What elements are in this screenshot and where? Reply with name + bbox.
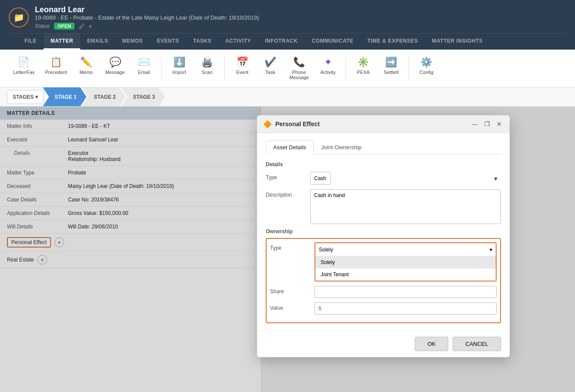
status-icons: 🖊 + xyxy=(79,23,92,30)
description-row: Description Cash in hand xyxy=(266,189,501,224)
toolbar-task[interactable]: ✔️ Task xyxy=(257,54,283,77)
nav-communicate[interactable]: COMMUNICATE xyxy=(304,34,360,50)
modal-maximize-btn[interactable]: ❐ xyxy=(483,120,491,128)
nav-activity[interactable]: ACTIVITY xyxy=(219,34,258,50)
ownership-type-label: Type xyxy=(270,242,309,251)
share-input[interactable] xyxy=(315,286,497,298)
dropdown-header[interactable]: Solely ▾ xyxy=(315,243,496,256)
toolbar-settleit-label: SettleIt xyxy=(384,70,399,75)
ownership-dropdown[interactable]: Solely ▾ Solely Joint Tenant xyxy=(315,242,497,281)
task-icon: ✔️ xyxy=(264,57,276,68)
email-icon: ✉️ xyxy=(138,57,150,68)
toolbar-letter-fax[interactable]: 📄 Letter/Fax xyxy=(9,54,39,77)
dropdown-option-solely[interactable]: Solely xyxy=(315,256,496,268)
app-header: 📁 Leonard Lear 19-0089 - EE - Probate - … xyxy=(0,0,575,50)
toolbar-precedent[interactable]: 📋 Precedent xyxy=(41,54,71,77)
description-field-label: Description xyxy=(266,189,305,198)
toolbar-event[interactable]: 📅 Event xyxy=(229,54,255,77)
toolbar-message[interactable]: 💬 Message xyxy=(101,54,129,77)
ownership-type-row: Type Solely ▾ Solely Joint Tena xyxy=(270,242,497,281)
nav-events[interactable]: EVENTS xyxy=(150,34,186,50)
toolbar-email[interactable]: ✉️ Email xyxy=(131,54,157,77)
dropdown-options: Solely Joint Tenant xyxy=(315,256,496,281)
message-icon: 💬 xyxy=(109,57,121,68)
main-nav: FILE MATTER EMAILS MEMOS EVENTS TASKS AC… xyxy=(9,33,566,50)
nav-tasks[interactable]: TASKS xyxy=(186,34,218,50)
modal-title-icon: 🔶 xyxy=(263,120,272,128)
ownership-type-dropdown[interactable]: Solely ▾ Solely Joint Tenant xyxy=(315,242,497,281)
letter-fax-icon: 📄 xyxy=(18,57,30,68)
personal-effect-modal: 🔶 Personal Effect — ❐ ✕ Asset Details Jo… xyxy=(257,115,510,357)
content-area: MATTER DETAILS Matter Info 19-0089 - EE … xyxy=(0,107,575,392)
memo-icon: ✏️ xyxy=(80,57,92,68)
edit-icon[interactable]: 🖊 xyxy=(79,23,85,30)
scan-icon: 🖨️ xyxy=(201,57,213,68)
modal-controls: — ❐ ✕ xyxy=(470,120,504,128)
cancel-button[interactable]: CANCEL xyxy=(453,337,501,351)
logo-icon: 📁 xyxy=(14,12,24,23)
stage-1[interactable]: STAGE 1 xyxy=(43,87,86,106)
toolbar-divider-1 xyxy=(161,56,162,81)
modal-body: Asset Details Joint Ownership Details Ty… xyxy=(257,133,510,330)
value-row: Value xyxy=(270,302,497,315)
value-label: Value xyxy=(270,302,309,311)
phone-message-icon: 📞 xyxy=(293,57,305,68)
nav-matter[interactable]: MATTER xyxy=(44,34,80,50)
modal-close-btn[interactable]: ✕ xyxy=(495,120,504,128)
ownership-box: Type Solely ▾ Solely Joint Tena xyxy=(266,238,501,323)
modal-tabs: Asset Details Joint Ownership xyxy=(266,140,501,154)
modal-title: Personal Effect xyxy=(275,121,467,127)
type-select-wrapper: Cash xyxy=(310,172,501,185)
nav-time-expenses[interactable]: TIME & EXPENSES xyxy=(360,34,425,50)
status-badge: OPEN xyxy=(54,23,74,30)
stages-dropdown[interactable]: STAGES ▾ xyxy=(7,90,44,104)
case-info: 19-0089 - EE - Probate - Estate of the L… xyxy=(35,14,259,21)
details-section-label: Details xyxy=(266,161,501,168)
nav-emails[interactable]: EMAILS xyxy=(80,34,115,50)
toolbar-memo[interactable]: ✏️ Memo xyxy=(73,54,99,77)
share-label: Share xyxy=(270,286,309,295)
toolbar-import-label: Import xyxy=(172,70,186,75)
stages-bar: STAGES ▾ STAGE 1 STAGE 2 STAGE 3 xyxy=(0,87,575,107)
toolbar-settleit[interactable]: ➡️ SettleIt xyxy=(378,54,404,77)
nav-matter-insights[interactable]: MATTER INSIGHTS xyxy=(425,34,490,50)
toolbar-phone-message[interactable]: 📞 PhoneMessage xyxy=(285,54,313,83)
toolbar-event-label: Event xyxy=(236,70,248,75)
description-textarea[interactable]: Cash in hand xyxy=(310,189,501,224)
toolbar-scan[interactable]: 🖨️ Scan xyxy=(194,54,220,77)
toolbar-divider-2 xyxy=(224,56,225,81)
value-input[interactable] xyxy=(315,302,497,315)
toolbar: 📄 Letter/Fax 📋 Precedent ✏️ Memo 💬 Messa… xyxy=(0,50,575,87)
toolbar-letter-fax-label: Letter/Fax xyxy=(13,70,35,75)
person-name: Leonard Lear xyxy=(35,5,259,14)
ok-button[interactable]: OK xyxy=(415,337,448,351)
activity-icon: ✦ xyxy=(324,57,332,68)
toolbar-pexa[interactable]: ✳️ PEXA xyxy=(350,54,376,77)
type-select[interactable]: Cash xyxy=(310,172,331,185)
ownership-section-label: Ownership xyxy=(266,228,501,235)
settleit-icon: ➡️ xyxy=(385,57,397,68)
ownership-section: Ownership Type Solely ▾ xyxy=(266,228,501,323)
nav-file[interactable]: FILE xyxy=(17,34,44,50)
tab-joint-ownership[interactable]: Joint Ownership xyxy=(314,140,369,154)
stage-3[interactable]: STAGE 3 xyxy=(121,87,165,106)
stage-2[interactable]: STAGE 2 xyxy=(82,87,125,106)
nav-infotrack[interactable]: INFOTRACK xyxy=(258,34,304,50)
tab-asset-details[interactable]: Asset Details xyxy=(266,140,314,154)
toolbar-divider-3 xyxy=(345,56,346,81)
add-icon[interactable]: + xyxy=(88,23,92,30)
toolbar-activity[interactable]: ✦ Activity xyxy=(315,54,341,77)
toolbar-import[interactable]: ⬇️ Import xyxy=(166,54,192,77)
toolbar-pexa-label: PEXA xyxy=(357,70,369,75)
header-titles: Leonard Lear 19-0089 - EE - Probate - Es… xyxy=(35,5,259,30)
event-icon: 📅 xyxy=(237,57,248,68)
nav-memos[interactable]: MEMOS xyxy=(115,34,150,50)
type-row: Type Cash xyxy=(266,172,501,185)
dropdown-option-joint-tenant[interactable]: Joint Tenant xyxy=(315,268,496,281)
modal-titlebar: 🔶 Personal Effect — ❐ ✕ xyxy=(257,115,510,133)
toolbar-config[interactable]: ⚙️ Config xyxy=(413,54,440,77)
modal-minimize-btn[interactable]: — xyxy=(470,120,479,128)
pexa-icon: ✳️ xyxy=(357,57,369,68)
dropdown-selected-value: Solely xyxy=(319,247,333,253)
type-field-label: Type xyxy=(266,172,305,181)
